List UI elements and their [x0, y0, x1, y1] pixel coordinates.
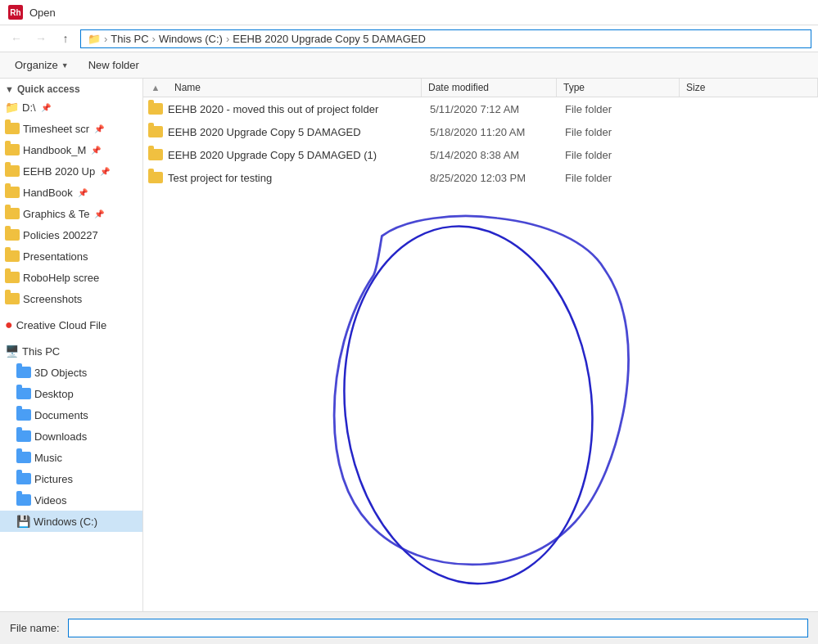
address-bar: ← → ↑ 📁 › This PC › Windows (C:) › EEHB …	[0, 25, 818, 52]
folder-icon	[5, 208, 20, 219]
sidebar-label-handbook: HandBook	[23, 187, 73, 199]
folder-icon	[5, 165, 20, 177]
sidebar-item-handbook[interactable]: HandBook 📌	[0, 182, 142, 203]
pin-icon-5: 📌	[78, 188, 88, 197]
col-header-size[interactable]: Size	[680, 79, 818, 97]
new-folder-button[interactable]: New folder	[80, 56, 147, 74]
sidebar-label-handbook-m: Handbook_M	[23, 144, 86, 156]
sidebar-label-presentations: Presentations	[23, 250, 88, 263]
sidebar-label-robohelp: RoboHelp scree	[23, 272, 99, 284]
file-icon-cell	[143, 149, 168, 160]
sidebar-label-documents: Documents	[34, 409, 88, 421]
path-part-thispc: This PC	[111, 33, 148, 45]
file-date-cell: 8/25/2020 12:03 PM	[430, 172, 565, 184]
file-name-cell: EEHB 2020 - moved this out of project fo…	[168, 103, 430, 115]
folder-icon	[148, 103, 163, 115]
folder-icon-blue	[16, 388, 31, 399]
path-separator-2: ›	[152, 33, 156, 45]
table-row[interactable]: EEHB 2020 Upgrade Copy 5 DAMAGED 5/18/20…	[143, 120, 818, 143]
file-type-cell: File folder	[565, 172, 688, 184]
up-button[interactable]: ↑	[56, 29, 75, 48]
folder-icon-blue	[16, 367, 31, 378]
sidebar-item-screenshots[interactable]: Screenshots	[0, 288, 142, 309]
quick-access-header: ▼ Quick access	[0, 79, 142, 97]
sidebar-item-this-pc[interactable]: 🖥️ This PC	[0, 340, 142, 362]
sidebar-label-this-pc: This PC	[22, 345, 60, 358]
cc-icon: ●	[5, 317, 13, 332]
folder-icon-blue	[16, 452, 31, 463]
organize-dropdown-arrow: ▼	[61, 61, 69, 70]
sidebar-item-presentations[interactable]: Presentations	[0, 245, 142, 267]
sidebar-item-music[interactable]: Music	[0, 447, 142, 468]
sidebar-item-timesheet[interactable]: Timesheet scr 📌	[0, 118, 142, 139]
main-area: ▼ Quick access 📁 D:\ 📌 Timesheet scr 📌 H…	[0, 79, 818, 611]
sidebar-item-desktop[interactable]: Desktop	[0, 383, 142, 404]
filename-input[interactable]	[68, 619, 808, 637]
sidebar-item-videos[interactable]: Videos	[0, 489, 142, 511]
title-bar: Rh Open	[0, 0, 818, 25]
sidebar-item-policies[interactable]: Policies 200227	[0, 224, 142, 245]
file-date-cell: 5/18/2020 11:20 AM	[430, 126, 565, 138]
sidebar-label-music: Music	[34, 452, 62, 464]
sidebar-item-graphics[interactable]: Graphics & Te 📌	[0, 203, 142, 224]
filename-label: File name:	[10, 622, 60, 634]
forward-button[interactable]: →	[31, 29, 51, 48]
sidebar-item-d-drive[interactable]: 📁 D:\ 📌	[0, 97, 142, 118]
sidebar-item-eehb[interactable]: EEHB 2020 Up 📌	[0, 160, 142, 182]
quick-access-expand[interactable]: ▼	[5, 84, 14, 94]
app-icon: Rh	[8, 5, 23, 20]
col-header-date[interactable]: Date modified	[422, 79, 557, 97]
sidebar-item-downloads[interactable]: Downloads	[0, 426, 142, 447]
sidebar-item-handbook-m[interactable]: Handbook_M 📌	[0, 139, 142, 160]
quick-access-label: Quick access	[17, 83, 80, 95]
file-icon-cell	[143, 126, 168, 137]
drive-icon: 📁	[5, 101, 19, 114]
back-button[interactable]: ←	[7, 29, 26, 48]
sidebar-item-cc[interactable]: ● Creative Cloud File	[0, 314, 142, 336]
organize-button[interactable]: Organize ▼	[7, 56, 77, 74]
path-part-eehb: EEHB 2020 Upgrade Copy 5 DAMAGED	[233, 33, 426, 45]
table-row[interactable]: EEHB 2020 - moved this out of project fo…	[143, 97, 818, 120]
folder-icon	[5, 250, 20, 262]
table-row[interactable]: EEHB 2020 Upgrade Copy 5 DAMAGED (1) 5/1…	[143, 143, 818, 166]
folder-icon	[148, 149, 163, 160]
sidebar-item-documents[interactable]: Documents	[0, 404, 142, 426]
sidebar-label-cc: Creative Cloud File	[16, 319, 107, 331]
folder-icon	[5, 144, 20, 155]
file-name-cell: Test project for testing	[168, 172, 430, 184]
folder-icon-blue	[16, 494, 31, 506]
sidebar-item-robohelp[interactable]: RoboHelp scree	[0, 267, 142, 288]
sidebar-label-desktop: Desktop	[34, 388, 74, 400]
address-path[interactable]: 📁 › This PC › Windows (C:) › EEHB 2020 U…	[80, 29, 811, 48]
file-list-header: ▲ Name Date modified Type Size	[143, 79, 818, 97]
col-header-name[interactable]: Name	[168, 79, 422, 97]
bottom-bar: File name:	[0, 611, 818, 644]
pin-icon-6: 📌	[94, 209, 104, 218]
folder-icon	[148, 172, 163, 183]
sidebar-item-3d-objects[interactable]: 3D Objects	[0, 362, 142, 383]
file-icon-cell	[143, 172, 168, 183]
sidebar-label-timesheet: Timesheet scr	[23, 123, 89, 135]
file-icon-cell	[143, 103, 168, 115]
pin-icon-4: 📌	[100, 167, 110, 176]
sidebar-label-windows: Windows (C:)	[34, 516, 97, 528]
sort-arrow[interactable]: ▲	[143, 79, 168, 96]
folder-icon	[5, 123, 20, 134]
path-folder-icon: 📁	[88, 33, 101, 45]
folder-icon-blue	[16, 430, 31, 442]
sidebar-label-policies: Policies 200227	[23, 229, 98, 241]
folder-icon	[5, 229, 20, 241]
sidebar: ▼ Quick access 📁 D:\ 📌 Timesheet scr 📌 H…	[0, 79, 143, 611]
dialog-title: Open	[29, 7, 56, 19]
sidebar-label-screenshots: Screenshots	[23, 293, 82, 305]
sidebar-item-pictures[interactable]: Pictures	[0, 468, 142, 489]
sidebar-item-windows-c[interactable]: 💾 Windows (C:)	[0, 511, 142, 532]
file-type-cell: File folder	[565, 103, 688, 115]
svg-point-0	[329, 216, 608, 593]
folder-icon	[5, 293, 20, 304]
sidebar-label-downloads: Downloads	[34, 430, 87, 443]
path-part-windows: Windows (C:)	[159, 33, 223, 45]
folder-icon	[148, 126, 163, 137]
col-header-type[interactable]: Type	[557, 79, 680, 97]
table-row[interactable]: Test project for testing 8/25/2020 12:03…	[143, 166, 818, 189]
